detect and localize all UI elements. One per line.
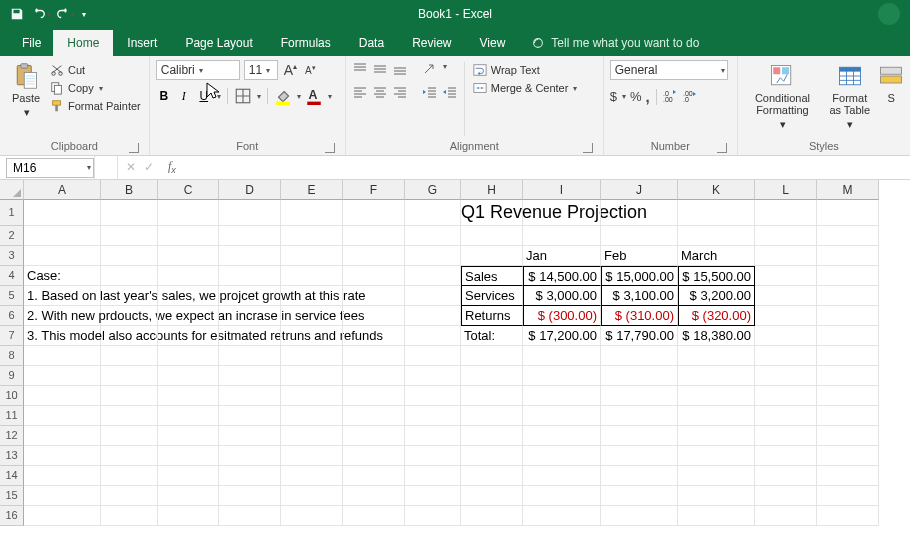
cell[interactable] [281,246,343,266]
formula-input[interactable] [190,156,910,179]
cell[interactable] [158,266,219,286]
orientation-button[interactable] [422,62,438,79]
cell[interactable] [678,386,755,406]
align-middle-button[interactable] [372,62,388,79]
cell[interactable] [523,446,601,466]
cell[interactable] [219,466,281,486]
cell[interactable] [343,466,405,486]
cell[interactable] [817,200,879,226]
increase-decimal-button[interactable]: .0.00 [663,88,679,105]
cancel-formula-icon[interactable]: ✕ [126,160,136,174]
cell[interactable] [24,406,101,426]
cell[interactable] [219,366,281,386]
cell[interactable] [601,426,678,446]
decrease-indent-button[interactable] [422,85,438,102]
cell[interactable] [281,386,343,406]
row-header[interactable]: 15 [0,486,24,506]
cell[interactable]: $ (320.00) [678,306,755,326]
tab-home[interactable]: Home [53,30,113,56]
cell[interactable] [523,426,601,446]
row-header[interactable]: 13 [0,446,24,466]
cell[interactable] [405,506,461,526]
cell[interactable] [601,346,678,366]
align-left-button[interactable] [352,85,368,102]
cell[interactable] [101,286,158,306]
tab-review[interactable]: Review [398,30,465,56]
cell[interactable] [281,286,343,306]
row-header[interactable]: 16 [0,506,24,526]
cell[interactable] [219,506,281,526]
account-avatar[interactable] [878,3,900,25]
cell[interactable] [158,506,219,526]
accounting-format-button[interactable]: $ [610,89,617,104]
redo-button[interactable]: ▾ [54,3,76,25]
font-launcher-icon[interactable] [325,143,335,153]
cell[interactable] [461,466,523,486]
merge-center-button[interactable]: Merge & Center▾ [471,80,580,96]
decrease-decimal-button[interactable]: .00.0 [683,88,699,105]
cell[interactable] [523,386,601,406]
font-size-combo[interactable]: 11▾ [244,60,278,80]
cell[interactable]: $ 3,100.00 [601,286,678,306]
select-all-corner[interactable] [0,180,24,200]
save-button[interactable] [6,3,28,25]
cell[interactable]: $ (300.00) [523,306,601,326]
cell[interactable] [343,226,405,246]
cell[interactable] [755,306,817,326]
tab-file[interactable]: File [10,30,53,56]
cell[interactable] [158,326,219,346]
cell[interactable] [817,326,879,346]
clipboard-launcher-icon[interactable] [129,143,139,153]
cell[interactable]: $ 15,000.00 [601,266,678,286]
number-launcher-icon[interactable] [717,143,727,153]
row-header[interactable]: 2 [0,226,24,246]
cell[interactable] [678,426,755,446]
cell[interactable] [817,266,879,286]
cell[interactable] [343,446,405,466]
cell[interactable] [343,246,405,266]
tell-me-search[interactable]: Tell me what you want to do [531,36,699,56]
cell[interactable] [817,446,879,466]
col-header[interactable]: J [601,180,678,200]
comma-format-button[interactable]: , [646,88,650,105]
cell[interactable]: Returns [461,306,523,326]
cell[interactable] [101,200,158,226]
cell[interactable] [601,366,678,386]
cell[interactable]: 3. This model also accounts for esitmate… [24,326,101,346]
row-header[interactable]: 5 [0,286,24,306]
cell[interactable]: $ 3,200.00 [678,286,755,306]
cell[interactable] [405,466,461,486]
cell[interactable] [281,326,343,346]
cell[interactable] [24,246,101,266]
cell[interactable] [281,466,343,486]
cell[interactable] [343,426,405,446]
cell[interactable] [405,226,461,246]
cell[interactable] [755,486,817,506]
cell[interactable] [755,506,817,526]
cell[interactable] [461,406,523,426]
cell[interactable] [461,346,523,366]
row-header[interactable]: 6 [0,306,24,326]
cell[interactable] [219,386,281,406]
cell[interactable] [678,226,755,246]
cell[interactable] [601,466,678,486]
cell[interactable] [755,266,817,286]
col-header[interactable]: K [678,180,755,200]
cell[interactable] [523,506,601,526]
cell[interactable] [24,200,101,226]
cell[interactable] [281,406,343,426]
cell[interactable] [523,346,601,366]
cell[interactable] [158,386,219,406]
row-header[interactable]: 4 [0,266,24,286]
cell[interactable] [405,246,461,266]
col-header[interactable]: A [24,180,101,200]
cell[interactable] [461,426,523,446]
cell[interactable] [343,286,405,306]
cell[interactable] [281,366,343,386]
cell[interactable] [405,346,461,366]
cell[interactable] [678,406,755,426]
borders-button[interactable] [234,88,252,104]
cell[interactable] [405,386,461,406]
cell[interactable] [101,406,158,426]
fx-icon[interactable]: fx [162,159,182,175]
